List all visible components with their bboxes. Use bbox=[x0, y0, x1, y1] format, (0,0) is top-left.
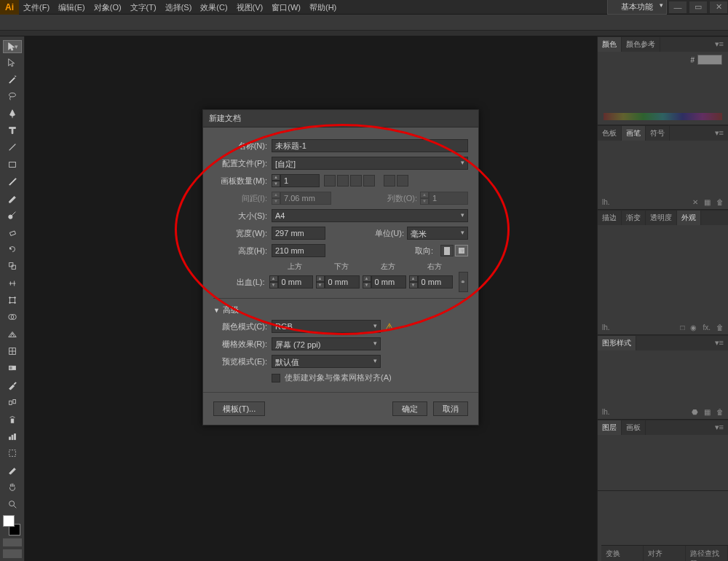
tab-symbols[interactable]: 符号 bbox=[646, 126, 670, 141]
panel-icon[interactable]: ◉ bbox=[690, 323, 697, 332]
panel-icon[interactable]: 🗑 bbox=[716, 198, 724, 206]
gradient-tool[interactable] bbox=[3, 361, 22, 376]
slice-tool[interactable] bbox=[3, 463, 22, 478]
tab-artboards[interactable]: 画板 bbox=[622, 420, 646, 435]
window-close[interactable]: ✕ bbox=[709, 1, 728, 14]
perspective-grid-tool[interactable] bbox=[3, 326, 22, 342]
bleed-bottom-spinner[interactable]: ▲▼ bbox=[316, 275, 325, 289]
colormode-select[interactable]: RGB bbox=[272, 320, 381, 333]
panel-icon[interactable]: ⬣ bbox=[692, 408, 698, 416]
advanced-toggle[interactable]: ▼高级 bbox=[213, 305, 468, 315]
fill-color[interactable] bbox=[3, 515, 15, 527]
panel-icon[interactable]: ▦ bbox=[704, 198, 711, 206]
width-input[interactable] bbox=[272, 227, 325, 240]
bleed-left-input[interactable] bbox=[371, 275, 406, 289]
tab-graphic-styles[interactable]: 图形样式 bbox=[598, 336, 636, 350]
bleed-right-spinner[interactable]: ▲▼ bbox=[409, 275, 418, 289]
tab-transform[interactable]: 变换 bbox=[601, 546, 644, 561]
tab-stroke[interactable]: 描边 bbox=[598, 211, 622, 225]
window-minimize[interactable]: — bbox=[668, 1, 687, 14]
tab-transparency[interactable]: 透明度 bbox=[646, 211, 677, 225]
menu-type[interactable]: 文字(T) bbox=[126, 0, 161, 15]
free-transform-tool[interactable] bbox=[3, 292, 22, 307]
lasso-tool[interactable] bbox=[3, 89, 22, 104]
tab-align[interactable]: 对齐 bbox=[644, 546, 686, 561]
tab-gradient[interactable]: 渐变 bbox=[622, 211, 646, 225]
panel-menu-icon[interactable]: ▾≡ bbox=[711, 37, 728, 52]
tab-color[interactable]: 颜色 bbox=[598, 37, 622, 52]
symbol-sprayer-tool[interactable] bbox=[3, 412, 22, 427]
line-tool[interactable] bbox=[3, 140, 22, 155]
panel-menu-icon[interactable]: ▾≡ bbox=[711, 126, 728, 141]
orient-portrait[interactable] bbox=[440, 245, 454, 256]
zoom-tool[interactable] bbox=[3, 496, 22, 511]
window-maximize[interactable]: ▭ bbox=[689, 1, 708, 14]
panel-icon[interactable]: □ bbox=[680, 323, 684, 332]
tab-color-guide[interactable]: 颜色参考 bbox=[622, 37, 660, 52]
hand-tool[interactable] bbox=[3, 479, 22, 495]
menu-file[interactable]: 文件(F) bbox=[19, 0, 54, 15]
panel-icon[interactable]: fx. bbox=[703, 323, 711, 332]
fill-stroke-colors[interactable] bbox=[1, 515, 22, 535]
align-pixel-checkbox[interactable] bbox=[272, 374, 280, 382]
artboards-input[interactable] bbox=[280, 174, 320, 187]
size-select[interactable]: A4 bbox=[272, 209, 468, 222]
menu-edit[interactable]: 编辑(E) bbox=[54, 0, 90, 15]
units-select[interactable]: 毫米 bbox=[407, 227, 468, 240]
arrange-col-icon[interactable] bbox=[363, 175, 375, 187]
arrange-row-icon[interactable] bbox=[350, 175, 362, 187]
hex-swatch[interactable] bbox=[697, 55, 722, 65]
eyedropper-tool[interactable] bbox=[3, 377, 22, 393]
menu-object[interactable]: 对象(O) bbox=[90, 0, 126, 15]
template-button[interactable]: 模板(T)... bbox=[213, 401, 265, 416]
preview-select[interactable]: 默认值 bbox=[272, 355, 381, 368]
bleed-bottom-input[interactable] bbox=[325, 275, 360, 289]
raster-select[interactable]: 屏幕 (72 ppi) bbox=[272, 337, 381, 350]
draw-mode[interactable] bbox=[3, 538, 22, 547]
arrange-ltr-icon[interactable] bbox=[384, 175, 395, 187]
control-strip-menu-icon[interactable] bbox=[713, 17, 725, 28]
bleed-right-input[interactable] bbox=[418, 275, 453, 289]
blend-tool[interactable] bbox=[3, 394, 22, 409]
column-graph-tool[interactable] bbox=[3, 428, 22, 444]
screen-mode[interactable] bbox=[3, 549, 22, 558]
workspace-selector[interactable]: 基本功能 bbox=[607, 0, 667, 15]
rotate-tool[interactable] bbox=[3, 241, 22, 256]
menu-window[interactable]: 窗口(W) bbox=[267, 0, 305, 15]
paintbrush-tool[interactable] bbox=[3, 173, 22, 189]
tab-brushes[interactable]: 画笔 bbox=[622, 126, 646, 141]
menu-effect[interactable]: 效果(C) bbox=[196, 0, 232, 15]
profile-select[interactable]: [自定] bbox=[272, 157, 468, 170]
panel-icon[interactable]: ▦ bbox=[704, 408, 711, 416]
tab-pathfinder[interactable]: 路径查找器 bbox=[686, 546, 728, 561]
ok-button[interactable]: 确定 bbox=[392, 401, 427, 416]
type-tool[interactable] bbox=[3, 122, 22, 138]
panel-icon[interactable]: ✕ bbox=[692, 198, 698, 206]
tab-swatches[interactable]: 色板 bbox=[598, 126, 622, 141]
artboard-tool[interactable] bbox=[3, 445, 22, 460]
arrange-grid-col-icon[interactable] bbox=[337, 175, 349, 187]
hue-strip[interactable] bbox=[604, 113, 722, 120]
menu-view[interactable]: 视图(V) bbox=[232, 0, 268, 15]
menu-help[interactable]: 帮助(H) bbox=[305, 0, 341, 15]
magic-wand-tool[interactable] bbox=[3, 71, 22, 87]
pen-tool[interactable] bbox=[3, 106, 22, 121]
direct-selection-tool[interactable] bbox=[3, 55, 22, 70]
bleed-top-spinner[interactable]: ▲▼ bbox=[269, 275, 278, 289]
tab-layers[interactable]: 图层 bbox=[598, 420, 622, 435]
cancel-button[interactable]: 取消 bbox=[433, 401, 468, 416]
shape-builder-tool[interactable] bbox=[3, 310, 22, 325]
arrange-grid-row-icon[interactable] bbox=[324, 175, 336, 187]
artboards-spinner[interactable]: ▲▼ bbox=[272, 174, 280, 187]
menu-select[interactable]: 选择(S) bbox=[161, 0, 197, 15]
tab-appearance[interactable]: 外观 bbox=[677, 211, 701, 225]
panel-menu-icon[interactable]: ▾≡ bbox=[711, 336, 728, 350]
rectangle-tool[interactable] bbox=[3, 157, 22, 172]
bleed-left-spinner[interactable]: ▲▼ bbox=[363, 275, 371, 289]
panel-menu-icon[interactable]: ▾≡ bbox=[711, 420, 728, 435]
name-input[interactable] bbox=[272, 139, 468, 152]
bleed-link-icon[interactable]: ⚭ bbox=[459, 272, 468, 292]
pencil-tool[interactable] bbox=[3, 191, 22, 206]
mesh-tool[interactable] bbox=[3, 343, 22, 358]
blob-brush-tool[interactable] bbox=[3, 208, 22, 223]
